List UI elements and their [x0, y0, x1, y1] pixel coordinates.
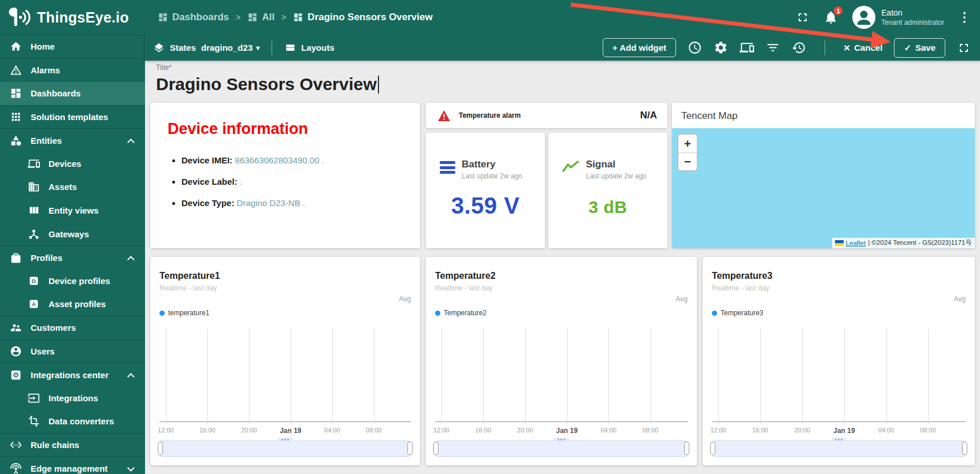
x-tick: 08:00 — [366, 427, 382, 434]
sidebar-nav: Home Alarms Dashboards Solution template… — [0, 35, 145, 474]
sidebar-item-alarms[interactable]: Alarms — [0, 58, 145, 82]
slider-grip[interactable] — [278, 438, 293, 442]
breadcrumb-dashboards[interactable]: Dashboards — [158, 12, 229, 23]
sidebar-item-label: Entities — [31, 136, 62, 145]
sidebar-item-entities[interactable]: Entities — [0, 128, 145, 152]
toolbar-fullscreen-icon[interactable] — [957, 41, 971, 55]
chevron-down-icon: ▾ — [256, 44, 259, 52]
slider-handle-left[interactable] — [710, 442, 715, 455]
device-info-heading: Device information — [168, 120, 420, 138]
layouts-button[interactable]: Layouts — [301, 43, 335, 53]
gridline — [441, 328, 442, 424]
slider-handle-right[interactable] — [407, 442, 413, 455]
map-title: Tencent Map — [672, 103, 975, 127]
cancel-button[interactable]: × Cancel — [844, 42, 882, 54]
avatar — [852, 6, 875, 29]
chart-plot-area — [159, 328, 411, 422]
logo-text: ThingsEye.io — [37, 9, 129, 26]
chart-range-slider[interactable] — [435, 441, 688, 457]
more-options-icon[interactable]: ⋮ — [958, 11, 971, 24]
sidebar-item-dashboards[interactable]: Dashboards — [0, 81, 145, 105]
sidebar-item-asset-profiles[interactable]: A Asset profiles — [0, 293, 145, 316]
toolbar-divider — [825, 40, 825, 55]
chart-subtitle: Realtime - last day — [435, 284, 688, 292]
entity-aliases-icon[interactable] — [740, 40, 754, 55]
chart-legend[interactable]: Temperature2 — [435, 309, 487, 317]
slider-handle-left[interactable] — [433, 442, 439, 455]
people-icon — [10, 322, 22, 334]
toolbar-right: + Add widget × Cancel ✓ Save — [603, 38, 971, 58]
dashboard-title-field[interactable]: Title* Dragino Sensors Overview — [156, 64, 379, 94]
notifications-bell-icon[interactable]: 1 — [823, 10, 838, 25]
antenna-icon — [10, 462, 22, 474]
logo[interactable]: ThingsEye.io — [0, 0, 145, 35]
sidebar-item-assets[interactable]: Assets — [0, 176, 145, 199]
state-select[interactable]: dragino_d23 ▾ — [201, 43, 259, 53]
sidebar-item-devices[interactable]: Devices — [0, 152, 145, 176]
sidebar-item-gateways[interactable]: Gateways — [0, 222, 145, 246]
add-widget-button[interactable]: + Add widget — [603, 38, 676, 57]
filter-icon[interactable] — [766, 40, 780, 55]
x-tick: 16:00 — [752, 427, 769, 434]
gridline — [166, 328, 166, 424]
sidebar-item-device-profiles[interactable]: D Device profiles — [0, 269, 145, 293]
device-imei-row: Device IMEI: 863663062803490.00 . — [181, 155, 420, 165]
sidebar-item-label: Integrations — [49, 393, 98, 403]
sidebar-item-data-converters[interactable]: Data converters — [0, 410, 145, 434]
save-label: Save — [915, 43, 936, 53]
breadcrumb: Dashboards > All > Dragino Sensors Overv… — [158, 12, 433, 23]
sidebar-item-label: Home — [31, 42, 55, 51]
sidebar-item-integrations-center[interactable]: Integrations center — [0, 363, 145, 386]
sidebar-item-label: Users — [31, 346, 55, 356]
sidebar-item-rule-chains[interactable]: Rule chains — [0, 433, 145, 457]
chart-subtitle: Realtime - last day — [712, 284, 966, 292]
map-canvas[interactable]: + − Leaflet | ©2024 Tencent - GS(2023)11… — [672, 128, 975, 248]
legend-dot-icon — [435, 311, 440, 316]
gridline — [567, 328, 567, 424]
zoom-out-button[interactable]: − — [678, 152, 697, 170]
breadcrumb-current[interactable]: Dragino Sensors Overview — [293, 12, 432, 23]
home-icon — [10, 40, 22, 53]
sidebar-item-solution-templates[interactable]: Solution templates — [0, 105, 145, 129]
sidebar-item-customers[interactable]: Customers — [0, 316, 145, 339]
chart-range-slider[interactable] — [712, 441, 966, 457]
signal-value: 3 dB — [548, 197, 667, 217]
chart-aggregation-label: Avg — [676, 295, 688, 303]
gridline — [249, 328, 250, 424]
grid-icon — [10, 111, 22, 123]
user-menu[interactable]: Eaton Tenant administrator — [852, 6, 944, 29]
save-button[interactable]: ✓ Save — [894, 38, 945, 58]
timewindow-clock-icon[interactable] — [688, 40, 702, 55]
gridline — [483, 328, 484, 424]
chart-legend[interactable]: Temperature3 — [712, 309, 763, 317]
breadcrumb-all[interactable]: All — [247, 12, 274, 23]
dashboard-toolbar: States dragino_d23 ▾ Layouts + Add widge… — [145, 35, 980, 61]
leaflet-link[interactable]: Leaflet — [846, 240, 866, 247]
slider-handle-right[interactable] — [962, 442, 967, 455]
page-title[interactable]: Dragino Sensors Overview — [156, 74, 379, 94]
slider-handle-left[interactable] — [158, 442, 163, 455]
chart-legend[interactable]: temperature1 — [159, 309, 209, 317]
slider-grip[interactable] — [554, 438, 569, 442]
sidebar-item-edge-management[interactable]: Edge management — [0, 457, 145, 474]
version-history-icon[interactable] — [792, 40, 806, 55]
fullscreen-icon[interactable] — [796, 10, 810, 24]
sidebar-item-entity-views[interactable]: Entity views — [0, 199, 145, 222]
zoom-in-button[interactable]: + — [678, 135, 697, 152]
map-zoom-control: + − — [678, 134, 697, 171]
cancel-label: Cancel — [854, 43, 882, 53]
sidebar-item-profiles[interactable]: Profiles — [0, 245, 145, 269]
settings-gear-icon[interactable] — [714, 40, 728, 55]
sidebar-item-users[interactable]: Users — [0, 339, 145, 363]
slider-handle-right[interactable] — [684, 442, 689, 455]
view-column-icon — [28, 204, 40, 217]
sidebar-item-integrations[interactable]: Integrations — [0, 386, 145, 410]
gridline — [886, 328, 887, 424]
slider-grip[interactable] — [831, 438, 847, 442]
chart-plot-area — [435, 328, 688, 422]
breadcrumb-separator: > — [236, 13, 240, 22]
input-arrow-icon — [28, 392, 40, 404]
sidebar-item-label: Alarms — [31, 65, 60, 75]
sidebar-item-home[interactable]: Home — [0, 35, 145, 58]
chart-range-slider[interactable] — [159, 441, 411, 457]
